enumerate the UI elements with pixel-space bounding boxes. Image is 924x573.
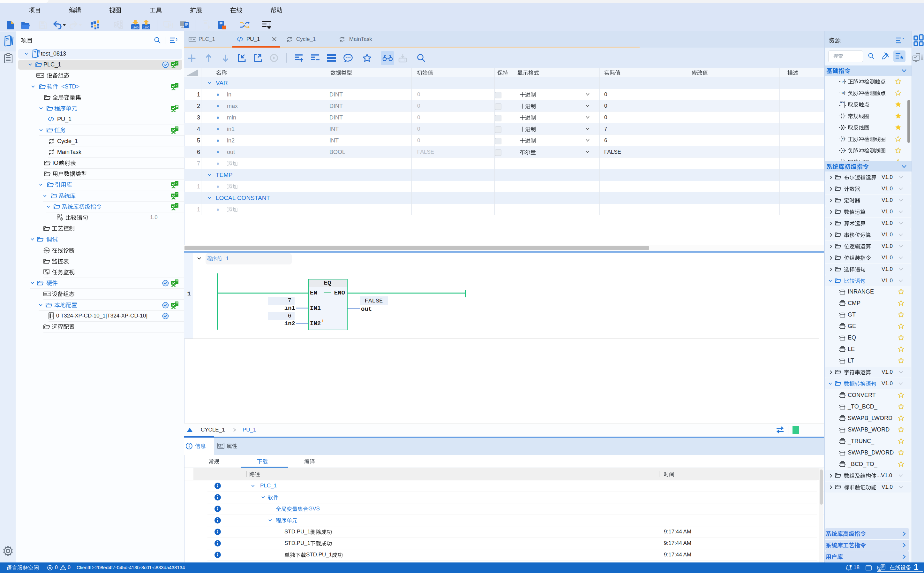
svg-text:NOT: NOT	[840, 101, 845, 104]
svg-text:N: N	[842, 149, 844, 152]
svg-text:1100: 1100	[132, 26, 138, 29]
svg-text:P: P	[842, 138, 844, 141]
svg-text:N: N	[842, 92, 844, 95]
svg-text:1100: 1100	[143, 26, 149, 29]
svg-text:P: P	[842, 80, 844, 83]
